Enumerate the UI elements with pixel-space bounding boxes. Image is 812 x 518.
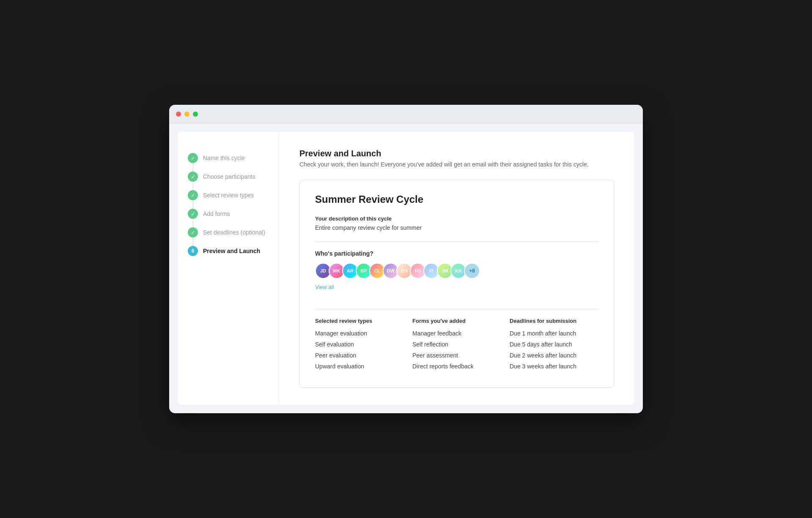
step-item-6: 6Preview and Launch — [188, 242, 269, 260]
step-label-2: Choose participants — [203, 173, 255, 180]
form-item-3: Peer assessment — [412, 352, 501, 359]
minimize-button[interactable] — [184, 112, 189, 117]
main-content: Preview and Launch Check your work, then… — [279, 132, 634, 405]
avatars-row: JDMKARBPCLDWEHFGITJMKN+8 — [315, 263, 598, 279]
cycle-name: Summer Review Cycle — [315, 194, 598, 205]
form-item-1: Manager feedback — [412, 330, 501, 337]
description-label: Your description of this cycle — [315, 215, 598, 222]
step-icon-6: 6 — [188, 246, 198, 256]
divider-2 — [315, 309, 598, 309]
review-grid: Selected review types Manager evaluation… — [315, 318, 598, 374]
step-item-2[interactable]: ✓Choose participants — [188, 167, 269, 186]
step-icon-5: ✓ — [188, 227, 198, 237]
avatar-more[interactable]: +8 — [464, 263, 480, 279]
step-icon-4: ✓ — [188, 209, 198, 219]
review-types-header: Selected review types — [315, 318, 404, 324]
step-item-5[interactable]: ✓Set deadlines (optional) — [188, 223, 269, 242]
traffic-lights — [176, 112, 198, 117]
content-area: ✓Name this cycle✓Choose participants✓Sel… — [178, 132, 634, 405]
view-all-link[interactable]: View all — [315, 284, 334, 290]
step-icon-3: ✓ — [188, 190, 198, 200]
maximize-button[interactable] — [193, 112, 198, 117]
divider-1 — [315, 241, 598, 242]
deadline-item-4: Due 3 weeks after launch — [510, 363, 598, 370]
description-value: Entire company review cycle for summer — [315, 224, 598, 231]
review-type-item-3: Peer evaluation — [315, 352, 404, 359]
deadline-item-1: Due 1 month after launch — [510, 330, 598, 337]
step-item-3[interactable]: ✓Select review types — [188, 186, 269, 204]
forms-header: Forms you've added — [412, 318, 501, 324]
deadlines-header: Deadlines for submission — [510, 318, 598, 324]
step-item-1[interactable]: ✓Name this cycle — [188, 149, 269, 167]
form-item-2: Self reflection — [412, 341, 501, 348]
sidebar: ✓Name this cycle✓Choose participants✓Sel… — [178, 132, 279, 405]
form-item-4: Direct reports feedback — [412, 363, 501, 370]
step-item-4[interactable]: ✓Add forms — [188, 204, 269, 223]
step-icon-2: ✓ — [188, 172, 198, 182]
step-label-3: Select review types — [203, 192, 254, 199]
app-window: ✓Name this cycle✓Choose participants✓Sel… — [169, 105, 643, 413]
step-icon-1: ✓ — [188, 153, 198, 163]
deadline-item-2: Due 5 days after launch — [510, 341, 598, 348]
page-subtitle: Check your work, then launch! Everyone y… — [299, 161, 614, 168]
deadlines-col: Deadlines for submission Due 1 month aft… — [510, 318, 598, 374]
preview-card: Summer Review Cycle Your description of … — [299, 180, 614, 388]
review-type-item-2: Self evaluation — [315, 341, 404, 348]
forms-col: Forms you've added Manager feedbackSelf … — [412, 318, 501, 374]
deadline-item-3: Due 2 weeks after launch — [510, 352, 598, 359]
participants-label: Who's participating? — [315, 250, 598, 257]
step-label-5: Set deadlines (optional) — [203, 229, 265, 236]
step-label-6: Preview and Launch — [203, 248, 260, 254]
review-types-col: Selected review types Manager evaluation… — [315, 318, 404, 374]
step-label-4: Add forms — [203, 210, 230, 217]
step-label-1: Name this cycle — [203, 155, 245, 161]
titlebar — [169, 105, 643, 123]
review-type-item-4: Upward evaluation — [315, 363, 404, 370]
close-button[interactable] — [176, 112, 181, 117]
review-type-item-1: Manager evaluation — [315, 330, 404, 337]
page-title: Preview and Launch — [299, 149, 614, 158]
